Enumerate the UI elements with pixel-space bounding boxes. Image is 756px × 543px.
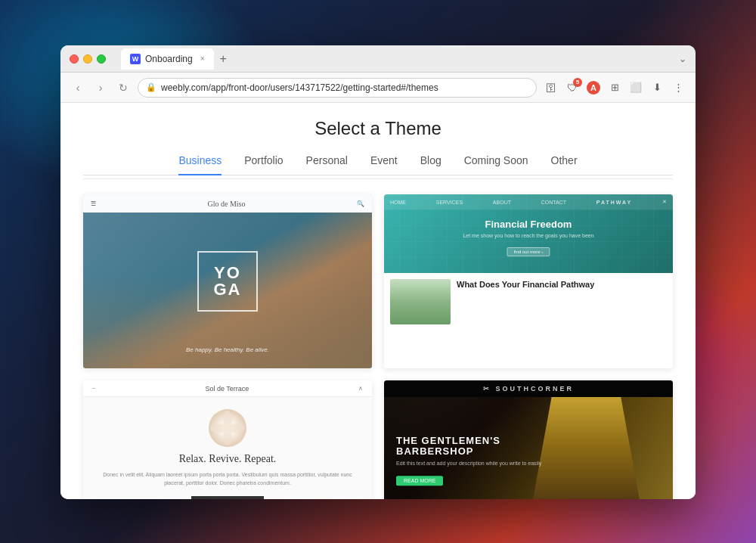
extensions-icon-button[interactable]: ⊞ — [606, 79, 623, 96]
tab-title: Onboarding — [145, 54, 193, 64]
tab-close-button[interactable]: × — [200, 54, 205, 63]
back-button[interactable]: ‹ — [70, 79, 86, 96]
tab-favicon-icon: W — [130, 54, 141, 64]
pathway-hero-text: Financial Freedom Let me show you how to… — [463, 219, 593, 256]
new-tab-button[interactable]: + — [220, 52, 227, 66]
url-text: weebly.com/app/front-door/users/14371752… — [161, 82, 438, 93]
southcorner-text-block: THE GENTLEMEN'SBARBERSHOP Edit this text… — [396, 436, 541, 486]
sol-content: Relax. Revive. Repeat. Donec in velit el… — [83, 397, 372, 499]
theme-card-pathway[interactable]: HOME SERVICES ABOUT CONTACT PATHWAY ✕ Fi… — [384, 194, 673, 368]
theme-grid: ☰ Glo de Miso 🔍 YOGA Be happy. Be health… — [83, 194, 673, 499]
minimize-window-button[interactable] — [83, 54, 92, 64]
pathway-thumbnail — [390, 279, 451, 324]
pathway-preview: HOME SERVICES ABOUT CONTACT PATHWAY ✕ Fi… — [384, 194, 673, 368]
southcorner-title: THE GENTLEMEN'SBARBERSHOP — [396, 436, 541, 458]
southcorner-sub-text: Edit this text and add your description … — [396, 461, 541, 466]
sol-nav-bar: − Sol de Terrace ∧ — [83, 380, 372, 397]
sol-flower-image — [209, 409, 246, 447]
yoga-tagline: Be happy. Be healthy. Be alive. — [83, 346, 372, 353]
pathway-hero-sub: Let me show you how to reach the goals y… — [463, 233, 593, 238]
forward-button[interactable]: › — [92, 79, 109, 96]
shield-badge: 5 — [573, 78, 582, 87]
cast-icon-button[interactable]: ⬜ — [627, 79, 644, 96]
download-icon-button[interactable]: ⬇ — [649, 79, 665, 96]
pathway-hero-title: Financial Freedom — [463, 219, 593, 230]
browser-window: W Onboarding × + ⌄ ‹ › ↻ 🔒 weebly.com/ap… — [60, 45, 696, 499]
browser-tab-onboarding[interactable]: W Onboarding × — [121, 48, 214, 70]
southcorner-nav-bar: ✂ SOUTHCORNER — [384, 380, 673, 397]
southcorner-preview: ✂ SOUTHCORNER THE GENTLEMEN'SBARBERSHOP … — [384, 380, 673, 499]
theme-card-southcorner[interactable]: ✂ SOUTHCORNER THE GENTLEMEN'SBARBERSHOP … — [384, 380, 673, 499]
tab-coming-soon[interactable]: Coming Soon — [464, 154, 528, 175]
yoga-logo-text: YOGA — [214, 265, 242, 298]
lock-icon: 🔒 — [146, 82, 156, 92]
address-bar[interactable]: 🔒 weebly.com/app/front-door/users/143717… — [138, 78, 537, 98]
sol-preview: − Sol de Terrace ∧ — [83, 380, 372, 499]
tab-other[interactable]: Other — [551, 154, 578, 175]
window-controls-right: ⌄ — [679, 54, 686, 64]
southcorner-hero-image: THE GENTLEMEN'SBARBERSHOP Edit this text… — [384, 397, 673, 499]
southcorner-cta-button[interactable]: READ MORE — [396, 476, 443, 486]
page-title: Select a Theme — [83, 118, 673, 139]
nav-bar: ‹ › ↻ 🔒 weebly.com/app/front-door/users/… — [60, 73, 696, 103]
nav-icons-group: ⚿ 🛡 5 A ⊞ ⬜ ⬇ ⋮ — [543, 79, 686, 96]
sol-reserve-button[interactable]: RESERVE A TIME — [191, 496, 264, 499]
yoga-preview: ☰ Glo de Miso 🔍 YOGA Be happy. Be health… — [83, 194, 372, 368]
category-tabs: Business Portfolio Personal Event Blog C… — [83, 154, 673, 175]
profile-icon-button[interactable]: A — [585, 79, 602, 96]
close-window-button[interactable] — [70, 54, 79, 64]
tab-portfolio[interactable]: Portfolio — [244, 154, 283, 175]
pathway-thumb-image — [390, 279, 451, 324]
tab-event[interactable]: Event — [370, 154, 398, 175]
tab-personal[interactable]: Personal — [306, 154, 348, 175]
menu-icon-button[interactable]: ⋮ — [670, 79, 686, 96]
yoga-nav-bar: ☰ Glo de Miso 🔍 — [83, 194, 372, 213]
sol-tagline: Relax. Revive. Repeat. — [98, 453, 357, 465]
title-bar: W Onboarding × + ⌄ — [60, 45, 696, 73]
pathway-bottom-section: What Does Your Financial Pathway — [384, 273, 673, 369]
key-icon-button[interactable]: ⚿ — [543, 79, 559, 96]
southcorner-person-image — [528, 397, 644, 499]
pathway-article-title: What Does Your Financial Pathway — [457, 279, 594, 290]
pathway-cta-button[interactable]: find out more › — [507, 247, 550, 256]
tab-business[interactable]: Business — [178, 154, 222, 175]
traffic-lights — [70, 54, 106, 64]
tab-blog[interactable]: Blog — [420, 154, 442, 175]
shield-icon-button[interactable]: 🛡 5 — [564, 79, 581, 96]
sol-body-text: Donec in velit elit. Aliquam laoreet ips… — [98, 471, 357, 487]
page-content: Select a Theme Business Portfolio Person… — [60, 103, 696, 499]
pathway-nav-bar: HOME SERVICES ABOUT CONTACT PATHWAY ✕ — [384, 194, 673, 209]
fullscreen-window-button[interactable] — [97, 54, 106, 64]
yoga-logo: YOGA — [197, 251, 258, 312]
pathway-article-info: What Does Your Financial Pathway — [457, 279, 594, 363]
theme-card-yoga[interactable]: ☰ Glo de Miso 🔍 YOGA Be happy. Be health… — [83, 194, 372, 368]
pathway-hero: HOME SERVICES ABOUT CONTACT PATHWAY ✕ Fi… — [384, 194, 673, 273]
theme-card-sol[interactable]: − Sol de Terrace ∧ — [83, 380, 372, 499]
tab-bar: W Onboarding × + — [121, 48, 673, 70]
svg-point-4 — [222, 422, 234, 434]
tabs-divider — [83, 178, 673, 179]
reload-button[interactable]: ↻ — [115, 79, 132, 96]
